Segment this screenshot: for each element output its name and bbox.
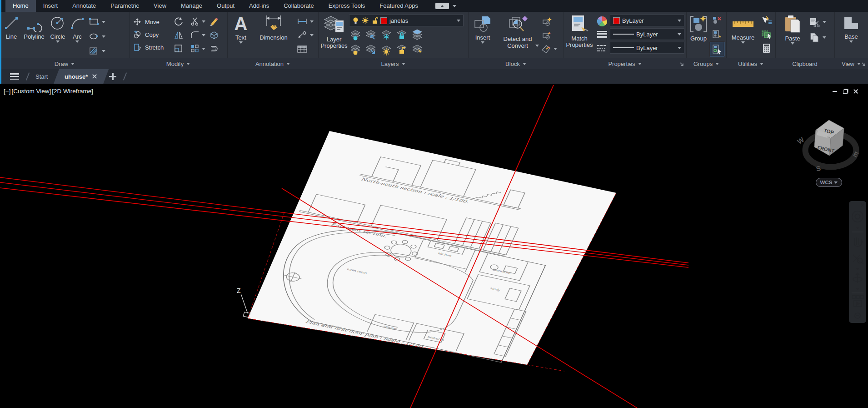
- minimize-icon[interactable]: [833, 91, 837, 92]
- drawing-viewport[interactable]: North-south section ; scale : 1/100. Eas…: [0, 84, 868, 408]
- ribbon-tab-manage[interactable]: Manage: [174, 0, 210, 12]
- viewport-view-control[interactable]: [Custom View]: [11, 88, 51, 95]
- text-dropdown-caret[interactable]: [239, 41, 243, 44]
- properties-dialog-launcher[interactable]: [679, 62, 684, 67]
- viewcube[interactable]: TOP FRONT W S E: [791, 104, 868, 172]
- rectangle-button[interactable]: [88, 17, 105, 26]
- panel-label-properties[interactable]: Properties: [564, 58, 686, 69]
- ribbon-tab-featured-apps[interactable]: Featured Apps: [372, 0, 425, 12]
- layer-combo-caret[interactable]: [457, 20, 460, 22]
- measure-button[interactable]: Measure: [728, 14, 758, 44]
- close-icon[interactable]: [853, 89, 858, 94]
- viewport-visual-style-control[interactable]: [2D Wireframe]: [52, 88, 93, 95]
- ribbon-tab-insert[interactable]: Insert: [36, 0, 65, 12]
- stretch-button[interactable]: Stretch: [133, 43, 164, 52]
- ellipse-dropdown-caret[interactable]: [102, 35, 105, 38]
- base-button[interactable]: Base: [841, 14, 862, 43]
- copy-button[interactable]: Copy: [133, 30, 159, 39]
- ungroup-button[interactable]: [712, 15, 723, 25]
- ribbon-collapse-button[interactable]: [435, 3, 449, 9]
- block-attributes-button[interactable]: [541, 44, 557, 54]
- panel-label-groups[interactable]: Groups: [686, 58, 726, 69]
- rectangle-dropdown-caret[interactable]: [102, 21, 105, 23]
- panel-label-block[interactable]: Block: [468, 58, 564, 69]
- group-button[interactable]: Group: [687, 14, 710, 42]
- array-dropdown-caret[interactable]: [202, 48, 205, 50]
- restore-icon[interactable]: [843, 90, 848, 94]
- paste-button[interactable]: Paste: [781, 14, 804, 45]
- scale-button[interactable]: [174, 44, 184, 54]
- move-button[interactable]: Move: [133, 17, 160, 26]
- line-button[interactable]: Line: [1, 14, 22, 40]
- copy-clip-caret[interactable]: [823, 36, 826, 39]
- base-dropdown-caret[interactable]: [849, 40, 853, 43]
- group-edit-button[interactable]: [712, 29, 723, 39]
- layer-select-combo[interactable]: janelas: [349, 15, 464, 26]
- layer-properties-button[interactable]: Layer Properties: [320, 14, 348, 49]
- circle-button[interactable]: Circle: [47, 14, 68, 43]
- new-drawing-button[interactable]: [109, 73, 116, 80]
- panel-label-utilities[interactable]: Utilities: [726, 58, 775, 69]
- panel-label-annotation[interactable]: Annotation: [227, 58, 318, 69]
- navigation-bar[interactable]: [849, 201, 866, 323]
- linetype-combo[interactable]: ByLayer: [610, 42, 684, 54]
- panel-label-layers[interactable]: Layers: [318, 58, 468, 69]
- circle-dropdown-caret[interactable]: [56, 40, 60, 43]
- create-block-button[interactable]: [542, 16, 553, 26]
- drawing-tab-uhouse[interactable]: uhouse*: [54, 69, 109, 84]
- dim-linear-button[interactable]: [296, 17, 314, 25]
- leader-button[interactable]: [296, 31, 314, 39]
- ribbon-tab-view[interactable]: View: [146, 0, 174, 12]
- leader-caret[interactable]: [310, 34, 314, 36]
- array-button[interactable]: [190, 44, 205, 54]
- ribbon-tab-annotate[interactable]: Annotate: [65, 0, 103, 12]
- start-tab[interactable]: Start: [35, 69, 48, 84]
- hatch-dropdown-caret[interactable]: [102, 50, 105, 52]
- polyline-button[interactable]: Polyline: [22, 14, 46, 40]
- view-dialog-launcher[interactable]: [861, 62, 866, 67]
- table-button[interactable]: [296, 45, 308, 54]
- rotate-button[interactable]: [174, 16, 184, 26]
- ribbon-display-options-caret[interactable]: [453, 5, 456, 7]
- group-selection-toggle[interactable]: [710, 42, 724, 56]
- detect-convert-caret[interactable]: [535, 45, 539, 47]
- dim-linear-caret[interactable]: [310, 20, 314, 23]
- copy-clip-button[interactable]: [809, 32, 826, 43]
- trim-button[interactable]: [190, 16, 205, 26]
- arc-button[interactable]: Arc: [68, 14, 86, 43]
- erase-button[interactable]: [209, 16, 219, 26]
- quick-calculator-button[interactable]: [762, 43, 772, 54]
- panel-label-clipboard[interactable]: Clipboard: [775, 58, 834, 69]
- write-block-button[interactable]: [542, 30, 553, 40]
- tab-close-icon[interactable]: [92, 74, 97, 79]
- layer-tools-grid[interactable]: [350, 28, 427, 56]
- detect-convert-button[interactable]: Detect and Convert: [496, 14, 539, 49]
- dimension-button[interactable]: Dimension: [254, 14, 294, 41]
- text-button[interactable]: A Text: [231, 14, 251, 44]
- panel-label-modify[interactable]: Modify: [129, 58, 227, 69]
- select-similar-button[interactable]: [761, 29, 773, 40]
- ellipse-button[interactable]: [88, 32, 105, 41]
- match-properties-button[interactable]: Match Properties: [564, 14, 594, 48]
- measure-dropdown-caret[interactable]: [741, 41, 745, 44]
- block-attributes-caret[interactable]: [554, 48, 557, 50]
- panel-label-draw[interactable]: Draw: [0, 58, 129, 69]
- hatch-button[interactable]: [88, 46, 105, 55]
- offset-button[interactable]: [209, 44, 219, 54]
- fillet-dropdown-caret[interactable]: [202, 34, 205, 36]
- wcs-menu-button[interactable]: WCS: [816, 178, 842, 187]
- ribbon-tab-output[interactable]: Output: [210, 0, 242, 12]
- ribbon-tab-home[interactable]: Home: [5, 0, 36, 12]
- insert-button[interactable]: Insert: [471, 14, 494, 44]
- fillet-button[interactable]: [190, 30, 205, 40]
- quick-select-button[interactable]: [761, 15, 773, 25]
- paste-dropdown-caret[interactable]: [791, 42, 794, 45]
- lineweight-combo[interactable]: ByLayer: [610, 28, 684, 40]
- arc-dropdown-caret[interactable]: [75, 40, 79, 43]
- ribbon-tab-express-tools[interactable]: Express Tools: [321, 0, 373, 12]
- cut-button[interactable]: [809, 16, 826, 27]
- object-color-combo[interactable]: ByLayer: [610, 15, 684, 26]
- insert-dropdown-caret[interactable]: [481, 41, 484, 44]
- explode-button[interactable]: [209, 30, 219, 40]
- trim-dropdown-caret[interactable]: [202, 20, 205, 23]
